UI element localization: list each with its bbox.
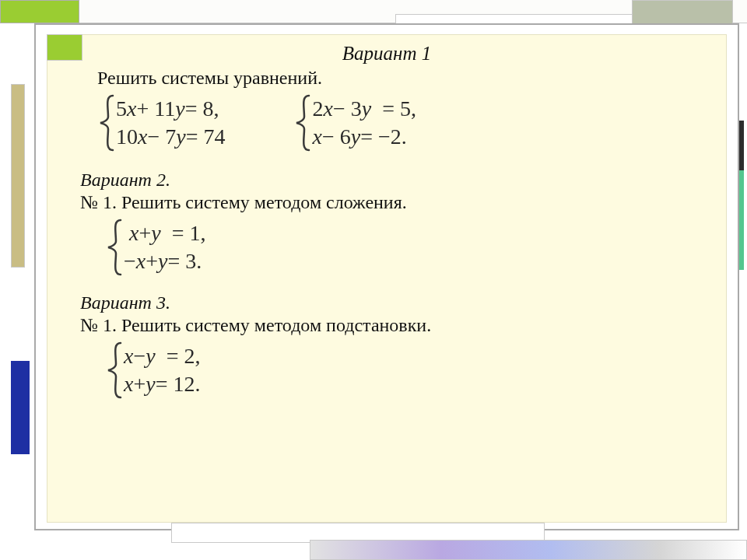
- brace-icon: [107, 341, 124, 400]
- deco-left-khaki: [11, 84, 25, 268]
- deco-top-green: [0, 0, 79, 23]
- variant1-task: Решить системы уравнений.: [97, 68, 706, 89]
- variant2-task: № 1. Решить систему методом сложения.: [80, 192, 706, 213]
- eq-text: x + y = 12.: [124, 372, 200, 397]
- eq-text: x − y = 2,: [124, 344, 200, 369]
- variant2-title: Вариант 2.: [80, 170, 706, 191]
- brace-icon: [99, 93, 116, 152]
- deco-small-green: [47, 34, 82, 61]
- variant3-system: x − y = 2, x + y = 12.: [107, 341, 706, 400]
- eq-text: x + y = 1,: [124, 221, 205, 246]
- eq-text: 2x − 3y = 5,: [312, 96, 416, 121]
- variant1-system-a: 5x + 11y = 8, 10x − 7y = 74: [99, 93, 225, 152]
- variant1-title: Вариант 1: [68, 43, 706, 65]
- variant1-system-b: 2x − 3y = 5, x − 6y = −2.: [295, 93, 416, 152]
- brace-icon: [107, 218, 124, 277]
- variant3-task: № 1. Решить систему методом подстановки.: [80, 315, 706, 336]
- content-panel: Вариант 1 Решить системы уравнений. 5x +…: [47, 34, 727, 523]
- deco-bottom-gradient: [310, 540, 747, 560]
- variant3-title: Вариант 3.: [80, 292, 706, 313]
- variant1-systems: 5x + 11y = 8, 10x − 7y = 74 2x − 3y = 5,…: [99, 93, 706, 152]
- brace-icon: [295, 93, 312, 152]
- eq-text: 10x − 7y = 74: [116, 124, 225, 149]
- eq-text: −x + y = 3.: [124, 249, 205, 274]
- eq-text: 5x + 11y = 8,: [116, 96, 225, 121]
- eq-text: x − 6y = −2.: [312, 124, 416, 149]
- deco-left-blue: [11, 361, 30, 454]
- variant2-system: x + y = 1, −x + y = 3.: [107, 218, 706, 277]
